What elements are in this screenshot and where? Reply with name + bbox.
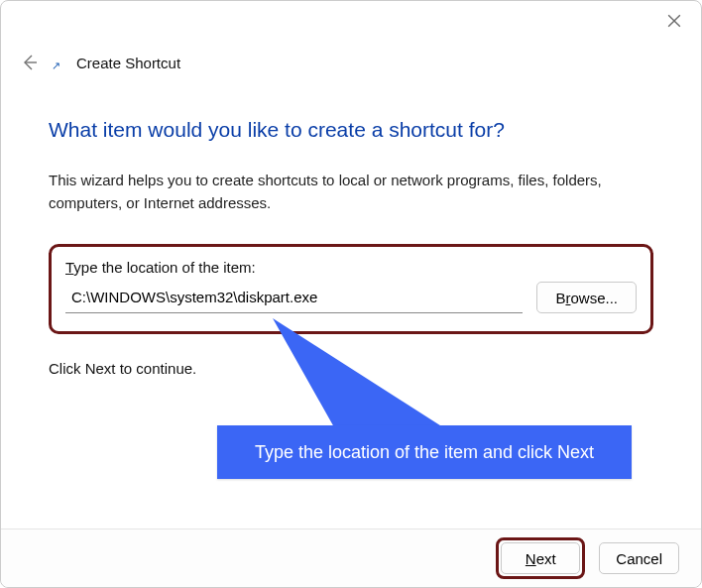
shortcut-icon: ↗ [51, 59, 66, 74]
back-arrow-icon [20, 53, 40, 72]
description-text: This wizard helps you to create shortcut… [49, 170, 653, 214]
content-area: What item would you like to create a sho… [49, 100, 653, 377]
location-label: Type the location of the item: [65, 259, 637, 276]
location-field-row: Browse... [65, 282, 637, 313]
close-icon [667, 14, 681, 28]
page-heading: What item would you like to create a sho… [49, 118, 653, 142]
titlebar [657, 1, 701, 41]
back-button[interactable] [19, 52, 41, 73]
create-shortcut-wizard-window: ↗ Create Shortcut What item would you li… [0, 0, 702, 588]
browse-button[interactable]: Browse... [536, 282, 637, 313]
location-input[interactable] [65, 283, 523, 313]
next-highlight-annotation: Next [496, 537, 585, 579]
next-button[interactable]: Next [501, 542, 580, 574]
window-title: Create Shortcut [76, 55, 180, 71]
annotation-callout: Type the location of the item and click … [217, 425, 632, 479]
location-highlight-annotation: Type the location of the item: Browse... [49, 244, 653, 334]
close-button[interactable] [657, 7, 691, 35]
header-row: ↗ Create Shortcut [19, 47, 683, 78]
annotation-text: Type the location of the item and click … [255, 442, 594, 463]
footer-button-bar: Next Cancel [1, 529, 701, 587]
continue-instruction: Click Next to continue. [49, 360, 653, 377]
cancel-button[interactable]: Cancel [599, 542, 679, 574]
